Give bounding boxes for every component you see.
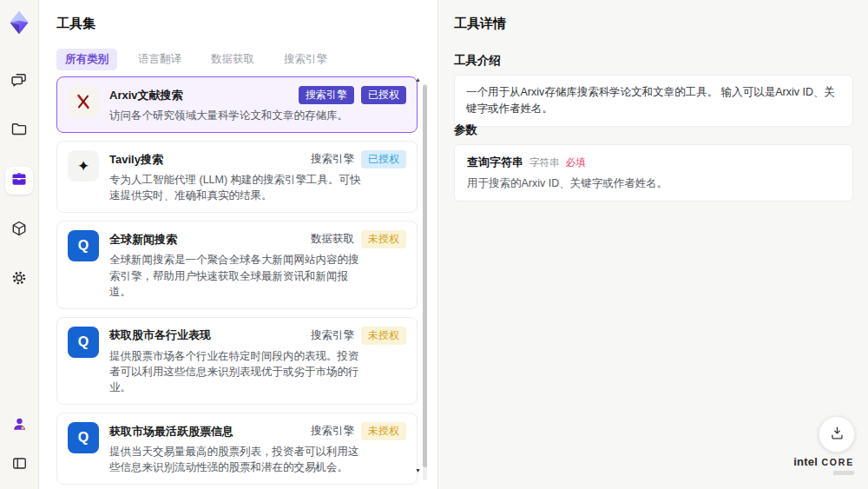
chat-icon: [10, 71, 28, 92]
intel-core-logo: intel core: [793, 453, 854, 475]
param-name: 查询字符串: [467, 155, 523, 170]
list-scrollbar[interactable]: [423, 83, 427, 480]
tool-card-global-news[interactable]: Q 全球新闻搜索 数据获取 未授权 全球新闻搜索是一个聚合全球各大新闻网站内容的…: [56, 221, 418, 308]
tool-detail-panel: 工具详情 工具介绍 一个用于从Arxiv存储库搜索科学论文和文章的工具。 输入可…: [437, 0, 868, 489]
auth-status-badge: 已授权: [361, 150, 406, 169]
left-sidebar: [0, 0, 39, 489]
tool-card-sector-performance[interactable]: Q 获取股市各行业表现 搜索引擎 未授权 提供股票市场各个行业在特定时间段内的表…: [56, 317, 418, 405]
tab-search-engine[interactable]: 搜索引擎: [275, 49, 336, 70]
sidebar-item-toolbox[interactable]: [5, 167, 33, 195]
category-label: 搜索引擎: [311, 152, 354, 167]
tool-description: 专为人工智能代理 (LLM) 构建的搜索引擎工具。可快速提供实时、准确和真实的结…: [109, 172, 363, 203]
tool-name: 全球新闻搜索: [109, 232, 304, 248]
gear-icon: [10, 269, 28, 290]
tool-name: 获取市场最活跃股票信息: [109, 424, 304, 439]
brand-sub-mark: [833, 471, 854, 475]
package-icon: [10, 220, 28, 241]
tool-description: 提供股票市场各个行业在特定时间段内的表现。投资者可以利用这些信息来识别表现优于或…: [109, 348, 363, 395]
sidebar-item-chat[interactable]: [5, 68, 33, 96]
intro-heading: 工具介绍: [454, 53, 501, 69]
tool-card-tavily[interactable]: ✦ Tavily搜索 搜索引擎 已授权 专为人工智能代理 (LLM) 构建的搜索…: [56, 141, 418, 213]
tool-name: 获取股市各行业表现: [109, 327, 304, 343]
param-required-flag: 必填: [566, 156, 586, 169]
collapse-sidebar-icon[interactable]: [5, 449, 33, 477]
sidebar-item-packages[interactable]: [5, 216, 33, 244]
category-label: 搜索引擎: [311, 328, 354, 343]
category-label: 搜索引擎: [311, 424, 354, 439]
brand-intel-text: intel: [793, 455, 818, 468]
tool-description: 全球新闻搜索是一个聚合全球各大新闻网站内容的搜索引擎，帮助用户快速获取全球最新资…: [109, 252, 363, 299]
detail-title: 工具详情: [454, 16, 506, 32]
sidebar-item-settings[interactable]: [5, 266, 33, 294]
auth-status-badge: 未授权: [361, 422, 406, 440]
auth-status-badge: 未授权: [361, 230, 406, 248]
brand-core-text: core: [821, 457, 854, 467]
scrollbar-thumb[interactable]: [423, 85, 427, 467]
news-q-logo-icon: Q: [68, 230, 99, 261]
param-type: 字符串: [529, 156, 560, 169]
category-badge: 搜索引擎: [299, 86, 354, 104]
tab-data-fetch[interactable]: 数据获取: [202, 49, 263, 70]
tavily-star-icon: ✦: [68, 150, 99, 182]
tab-language-translation[interactable]: 语言翻译: [129, 49, 190, 70]
parameter-card: 查询字符串 字符串 必填 用于搜索的Arxiv ID、关键字或作者姓名。: [454, 144, 853, 202]
folder-icon: [10, 121, 28, 142]
download-button[interactable]: [819, 416, 855, 453]
download-icon: [829, 425, 845, 445]
app-logo-icon: [6, 9, 32, 36]
tool-description: 访问各个研究领域大量科学论文和文章的存储库。: [109, 108, 363, 123]
param-description: 用于搜索的Arxiv ID、关键字或作者姓名。: [467, 176, 840, 191]
tool-intro-card: 一个用于从Arxiv存储库搜索科学论文和文章的工具。 输入可以是Arxiv ID…: [454, 75, 853, 127]
scroll-down-icon[interactable]: ▼: [415, 467, 421, 473]
tool-description: 提供当天交易量最高的股票列表，投资者可以利用这些信息来识别流动性强的股票和潜在的…: [109, 444, 363, 475]
params-heading: 参数: [454, 122, 477, 138]
toolbox-icon: [10, 170, 28, 191]
tool-card-arxiv[interactable]: Arxiv文献搜索 搜索引擎 已授权 访问各个研究领域大量科学论文和文章的存储库…: [56, 76, 418, 133]
scroll-up-icon[interactable]: ▲: [415, 76, 421, 83]
auth-status-badge: 已授权: [361, 86, 406, 104]
news-q-logo-icon: Q: [68, 327, 99, 358]
auth-status-badge: 未授权: [361, 327, 406, 345]
tool-card-active-stocks[interactable]: Q 获取市场最活跃股票信息 搜索引擎 未授权 提供当天交易量最高的股票列表，投资…: [56, 413, 418, 485]
tool-intro-text: 一个用于从Arxiv存储库搜索科学论文和文章的工具。 输入可以是Arxiv ID…: [466, 86, 835, 115]
arxiv-logo-icon: [68, 86, 99, 117]
news-q-logo-icon: Q: [68, 422, 99, 453]
tool-card-list: Arxiv文献搜索 搜索引擎 已授权 访问各个研究领域大量科学论文和文章的存储库…: [56, 76, 418, 489]
tab-all-categories[interactable]: 所有类别: [56, 49, 117, 70]
tool-name: Tavily搜索: [109, 152, 304, 168]
user-avatar[interactable]: [5, 410, 33, 438]
tool-list-panel: 工具集 所有类别 语言翻译 数据获取 搜索引擎 Arxiv文献搜索 搜索引擎 已…: [39, 0, 437, 489]
category-label: 数据获取: [311, 232, 354, 247]
tool-name: Arxiv文献搜索: [109, 88, 292, 103]
page-title: 工具集: [56, 16, 95, 32]
sidebar-item-files[interactable]: [5, 117, 33, 145]
category-tabs: 所有类别 语言翻译 数据获取 搜索引擎: [56, 49, 336, 70]
